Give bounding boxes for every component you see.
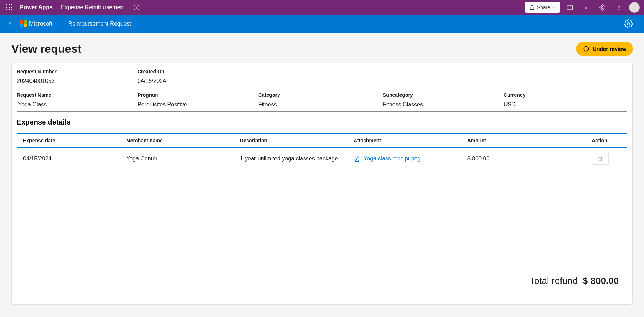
col-header-desc: Description xyxy=(240,138,354,143)
svg-point-14 xyxy=(618,9,619,9)
divider xyxy=(17,111,627,112)
total-refund: Total refund $ 800.00 xyxy=(530,275,619,286)
field-label: Program xyxy=(138,92,258,98)
svg-rect-1 xyxy=(9,4,10,5)
section-title-expense-details: Expense details xyxy=(17,118,627,126)
field-value: Yoga Class xyxy=(17,101,138,108)
status-badge: Under review xyxy=(576,42,633,56)
avatar[interactable] xyxy=(629,2,640,13)
col-header-merchant: Merchant name xyxy=(126,138,240,143)
cell-merchant: Yoga Center xyxy=(126,155,240,162)
settings-icon[interactable] xyxy=(596,1,609,14)
total-value: $ 800.00 xyxy=(583,275,619,286)
field-value: Fitness xyxy=(258,101,383,108)
field-label: Category xyxy=(258,92,383,98)
col-header-action: Action xyxy=(581,138,621,143)
cell-amount: $ 800.00 xyxy=(467,155,581,162)
header-divider xyxy=(60,19,60,28)
info-icon[interactable] xyxy=(132,2,141,12)
field-value: 04/15/2024 xyxy=(138,78,258,84)
attachment-name: Yoga class receipt.png xyxy=(364,155,420,162)
status-text: Under review xyxy=(593,46,626,52)
col-header-amount: Amount xyxy=(467,138,581,143)
svg-point-11 xyxy=(136,6,136,6)
field-created-on: Created On 04/15/2024 xyxy=(138,69,258,84)
app-header: Microsoft Reimbursement Request xyxy=(0,15,644,33)
brand: Microsoft xyxy=(20,20,52,27)
app-title: Reimbursement Request xyxy=(68,21,623,27)
page-title: View request xyxy=(11,42,81,56)
table-row: 04/15/2024 Yoga Center 1-year unlimited … xyxy=(17,148,627,170)
field-request-name: Request Name Yoga Class xyxy=(17,92,138,108)
field-request-number: Request Number 202404001053 xyxy=(17,69,138,84)
field-value: USD xyxy=(504,101,627,108)
svg-rect-3 xyxy=(6,7,7,8)
col-header-attach: Attachment xyxy=(354,138,467,143)
share-button[interactable]: Share xyxy=(525,2,560,13)
platform-name[interactable]: Power Apps xyxy=(20,4,53,11)
app-settings-icon[interactable] xyxy=(623,18,634,30)
field-label: Request Name xyxy=(17,92,138,98)
svg-rect-2 xyxy=(11,4,12,5)
request-card: Request Number 202404001053 Created On 0… xyxy=(11,63,633,305)
clock-icon xyxy=(583,46,589,52)
field-label: Currency xyxy=(504,92,627,98)
svg-rect-0 xyxy=(6,4,7,5)
field-value: Fitness Classes xyxy=(383,101,504,108)
field-subcategory: Subcategory Fitness Classes xyxy=(383,92,504,108)
grid-header: Expense date Merchant name Description A… xyxy=(17,134,627,148)
microsoft-logo-icon xyxy=(20,20,27,27)
field-label: Subcategory xyxy=(383,92,504,98)
svg-point-13 xyxy=(602,7,603,9)
help-icon[interactable] xyxy=(612,1,626,14)
delete-button[interactable] xyxy=(592,153,609,165)
back-button[interactable] xyxy=(5,19,16,29)
download-icon[interactable] xyxy=(579,1,593,14)
svg-rect-7 xyxy=(9,9,10,10)
attachment-link[interactable]: Yoga class receipt.png xyxy=(354,155,467,162)
svg-rect-4 xyxy=(9,7,10,8)
field-program: Program Perquisites Positive xyxy=(138,92,258,108)
field-category: Category Fitness xyxy=(258,92,383,108)
svg-rect-8 xyxy=(11,9,12,10)
field-label: Request Number xyxy=(17,69,138,74)
fit-screen-icon[interactable] xyxy=(563,1,576,14)
field-label: Created On xyxy=(138,69,258,74)
field-currency: Currency USD xyxy=(504,92,627,108)
col-header-date: Expense date xyxy=(23,138,126,143)
expense-grid: Expense date Merchant name Description A… xyxy=(17,133,627,170)
field-value: Perquisites Positive xyxy=(138,101,258,108)
share-label: Share xyxy=(537,5,550,10)
svg-rect-5 xyxy=(11,7,12,8)
content: View request Under review Request Number… xyxy=(0,33,644,305)
svg-rect-6 xyxy=(6,9,7,10)
svg-rect-12 xyxy=(567,6,573,9)
field-value: 202404001053 xyxy=(17,78,138,84)
file-image-icon xyxy=(354,155,360,162)
svg-point-15 xyxy=(627,23,630,25)
app-launcher-icon[interactable] xyxy=(3,1,16,14)
cell-desc: 1-year unlimited yoga classes package xyxy=(240,155,354,162)
cell-date: 04/15/2024 xyxy=(23,155,126,162)
brand-name: Microsoft xyxy=(29,21,52,27)
chrome-app-name: Expense Reimbursement xyxy=(61,4,125,11)
total-label: Total refund xyxy=(530,275,578,286)
chrome-separator: | xyxy=(56,4,58,11)
chrome-bar: Power Apps | Expense Reimbursement Share xyxy=(0,0,644,15)
trash-icon xyxy=(597,156,603,162)
